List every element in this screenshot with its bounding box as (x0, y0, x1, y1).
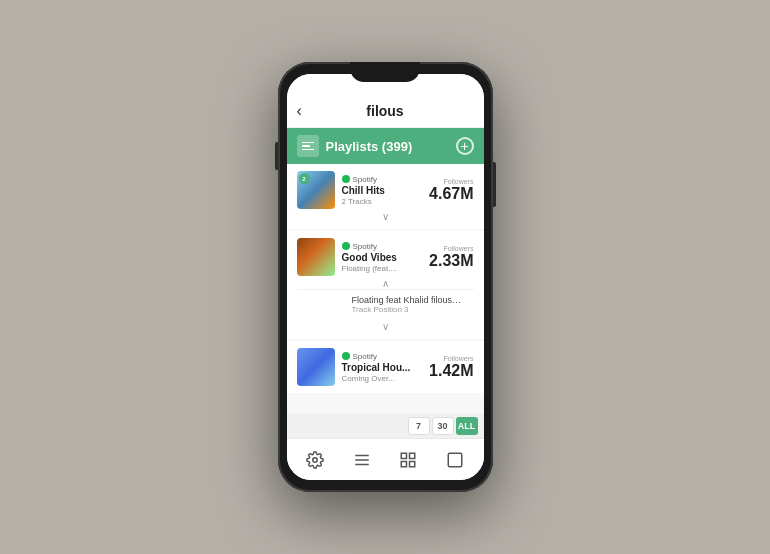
list-item: 2 Spotify Chill Hits 2 Tracks Followers (287, 164, 484, 229)
spotify-dot-2 (342, 242, 350, 250)
header-title: filous (366, 103, 403, 119)
expand-chevron-1[interactable]: ∨ (382, 211, 389, 222)
playlist-list: 2 Spotify Chill Hits 2 Tracks Followers (287, 164, 484, 414)
section-title: Playlists (399) (326, 139, 456, 154)
followers-count-1: 4.67M (429, 185, 473, 203)
screen: ‹ filous Playlists (399) + (287, 74, 484, 480)
page-btn-30[interactable]: 30 (432, 417, 454, 435)
followers-label-3: Followers (444, 355, 474, 362)
track-name-3: Tropical Hou... (342, 362, 423, 373)
page-btn-all[interactable]: ALL (456, 417, 478, 435)
nav-window[interactable] (441, 446, 469, 474)
followers-block-1: Followers 4.67M (429, 178, 473, 203)
svg-rect-6 (402, 461, 407, 466)
track-detail-2: Floating feat Khalid filous Re... Track … (297, 289, 474, 319)
page-btn-7[interactable]: 7 (408, 417, 430, 435)
followers-label-1: Followers (444, 178, 474, 185)
album-art-3 (297, 348, 335, 386)
track-detail-name-2: Floating feat Khalid filous Re... (352, 295, 464, 305)
phone-frame: ‹ filous Playlists (399) + (278, 62, 493, 492)
bottom-nav (287, 438, 484, 480)
source-label-1: Spotify (353, 175, 377, 184)
back-button[interactable]: ‹ (297, 102, 302, 120)
nav-menu[interactable] (348, 446, 376, 474)
track-sub-1: 2 Tracks (342, 197, 423, 206)
spotify-dot-1 (342, 175, 350, 183)
playlist-info-1: Spotify Chill Hits 2 Tracks (342, 175, 423, 206)
section-header: Playlists (399) + (287, 128, 484, 164)
svg-rect-7 (410, 461, 415, 466)
spotify-dot-3 (342, 352, 350, 360)
notch (350, 62, 420, 82)
nav-grid[interactable] (394, 446, 422, 474)
followers-count-2: 2.33M (429, 252, 473, 270)
playlist-info-3: Spotify Tropical Hou... Coming Over... (342, 352, 423, 383)
source-label-2: Spotify (353, 242, 377, 251)
svg-rect-4 (402, 453, 407, 458)
track-badge-1: 2 (299, 173, 310, 184)
pagination-bar: 7 30 ALL (287, 414, 484, 438)
album-art-2 (297, 238, 335, 276)
list-item: Spotify Tropical Hou... Coming Over... F… (287, 341, 484, 393)
svg-rect-5 (410, 453, 415, 458)
nav-settings[interactable] (301, 446, 329, 474)
track-name-2: Good Vibes (342, 252, 423, 263)
followers-label-2: Followers (444, 245, 474, 252)
followers-count-3: 1.42M (429, 362, 473, 380)
track-sub-2: Floating (feat.... (342, 264, 423, 273)
followers-block-2: Followers 2.33M (429, 245, 473, 270)
add-playlist-button[interactable]: + (456, 137, 474, 155)
followers-block-3: Followers 1.42M (429, 355, 473, 380)
album-art-1: 2 (297, 171, 335, 209)
track-sub-3: Coming Over... (342, 374, 423, 383)
playlist-info-2: Spotify Good Vibes Floating (feat.... (342, 242, 423, 273)
source-label-3: Spotify (353, 352, 377, 361)
svg-point-0 (313, 457, 318, 462)
playlist-icon (297, 135, 319, 157)
collapse-chevron-2[interactable]: ∧ (382, 278, 389, 289)
content-area: Playlists (399) + 2 Spotify (287, 128, 484, 438)
list-item: Spotify Good Vibes Floating (feat.... Fo… (287, 231, 484, 339)
track-name-1: Chill Hits (342, 185, 423, 196)
track-detail-pos-2: Track Position 3 (352, 305, 464, 314)
app-header: ‹ filous (287, 94, 484, 128)
expand-chevron-2b[interactable]: ∨ (382, 321, 389, 332)
svg-rect-8 (448, 453, 462, 467)
